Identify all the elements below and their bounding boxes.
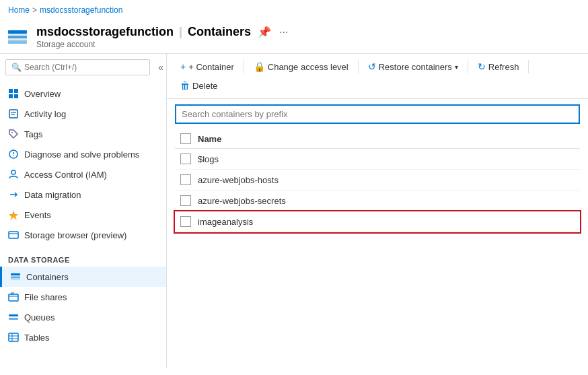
svg-point-15 <box>11 170 15 174</box>
row-name-webjobs-hosts: azure-webjobs-hosts <box>198 175 575 185</box>
svg-rect-17 <box>9 232 18 238</box>
sidebar-item-tables-label: Tables <box>24 333 50 343</box>
sidebar-item-file-shares-label: File shares <box>24 292 67 302</box>
sidebar-item-data-migration[interactable]: Data migration <box>0 184 166 205</box>
sidebar-item-diagnose-label: Diagnose and solve problems <box>24 149 139 160</box>
sidebar-item-events[interactable]: Events <box>0 205 166 225</box>
breadcrumb-resource[interactable]: msdocsstoragefunction <box>40 5 122 15</box>
sidebar-item-storage-browser-label: Storage browser (preview) <box>24 230 126 240</box>
data-migration-icon <box>8 189 19 200</box>
breadcrumb-home[interactable]: Home <box>8 5 30 15</box>
sidebar-item-tables[interactable]: Tables <box>0 327 166 347</box>
access-control-icon <box>8 169 19 180</box>
sidebar-item-queues[interactable]: Queues <box>0 307 166 327</box>
content-area: + + Container 🔒 Change access level ↺ Re… <box>167 54 588 368</box>
tables-icon <box>8 332 19 343</box>
add-container-label: + Container <box>188 62 234 72</box>
sidebar-item-activity-log[interactable]: Activity log <box>0 104 166 124</box>
search-container <box>175 104 580 124</box>
svg-marker-16 <box>9 211 18 220</box>
restore-chevron-icon: ▾ <box>455 63 458 71</box>
toolbar-divider-4 <box>528 60 529 73</box>
toolbar-divider-3 <box>468 60 468 73</box>
containers-icon <box>10 271 21 282</box>
data-storage-label: Data storage <box>0 250 166 267</box>
storage-browser-icon <box>8 230 19 240</box>
row-name-imageanalysis: imageanalysis <box>198 217 575 227</box>
diagnose-icon <box>8 149 19 160</box>
sidebar-item-activity-log-label: Activity log <box>24 109 66 119</box>
svg-rect-4 <box>9 89 13 93</box>
change-access-button[interactable]: 🔒 Change access level <box>248 58 354 75</box>
resource-subtitle: Storage account <box>36 40 289 49</box>
svg-rect-26 <box>9 333 18 341</box>
sidebar-item-containers[interactable]: Containers <box>0 267 166 287</box>
sidebar-item-access-control[interactable]: Access Control (IAM) <box>0 164 166 184</box>
add-icon: + <box>180 61 186 72</box>
file-shares-icon <box>8 292 19 302</box>
restore-icon: ↺ <box>368 61 376 72</box>
refresh-button[interactable]: ↻ Refresh <box>472 58 525 75</box>
svg-rect-20 <box>11 273 20 275</box>
table-header: Name <box>175 129 580 149</box>
sidebar-item-queues-label: Queues <box>24 312 55 322</box>
search-input[interactable] <box>24 63 144 72</box>
svg-rect-5 <box>14 89 18 93</box>
sidebar-item-access-control-label: Access Control (IAM) <box>24 170 107 180</box>
main-layout: 🔍 « Overview Activity log <box>0 54 588 368</box>
delete-button[interactable]: 🗑 Delete <box>175 77 223 94</box>
sidebar-item-storage-browser[interactable]: Storage browser (preview) <box>0 225 166 245</box>
row-name-webjobs-secrets: azure-webjobs-secrets <box>198 196 575 206</box>
svg-rect-25 <box>9 318 18 320</box>
breadcrumb: Home > msdocsstoragefunction <box>0 0 588 20</box>
svg-rect-22 <box>9 294 18 301</box>
header-checkbox[interactable] <box>180 133 191 144</box>
svg-rect-6 <box>9 94 13 98</box>
delete-icon: 🗑 <box>180 80 190 91</box>
nav-section-data-storage: Data storage Containers File shares Queu… <box>0 248 166 350</box>
more-button[interactable]: ··· <box>278 25 289 40</box>
resource-title: msdocsstoragefunction | Containers 📌 ···… <box>36 24 289 49</box>
table-row[interactable]: $logs <box>175 149 580 170</box>
table-row[interactable]: azure-webjobs-hosts <box>175 170 580 191</box>
search-box[interactable]: 🔍 <box>5 59 150 75</box>
sidebar-item-events-label: Events <box>24 210 51 220</box>
sidebar-item-file-shares[interactable]: File shares <box>0 287 166 307</box>
table-row[interactable]: imageanalysis <box>175 211 580 232</box>
search-icon: 🔍 <box>11 63 22 72</box>
toolbar-divider-2 <box>358 60 359 73</box>
add-container-button[interactable]: + + Container <box>175 58 240 75</box>
table-row[interactable]: azure-webjobs-secrets <box>175 191 580 211</box>
row-checkbox-webjobs-hosts[interactable] <box>180 174 191 185</box>
toolbar: + + Container 🔒 Change access level ↺ Re… <box>167 54 588 99</box>
svg-rect-3 <box>8 40 27 44</box>
events-icon <box>8 209 19 220</box>
svg-rect-24 <box>9 314 18 316</box>
svg-rect-7 <box>14 94 18 98</box>
toolbar-divider-1 <box>244 60 244 73</box>
restore-containers-button[interactable]: ↺ Restore containers ▾ <box>363 58 464 75</box>
sidebar-item-data-migration-label: Data migration <box>24 190 81 200</box>
sidebar-item-tags[interactable]: Tags <box>0 124 166 144</box>
lock-icon: 🔒 <box>254 61 265 72</box>
collapse-button[interactable]: « <box>155 61 166 74</box>
row-name-logs: $logs <box>198 154 575 164</box>
sidebar-item-diagnose[interactable]: Diagnose and solve problems <box>0 144 166 164</box>
resource-name: msdocsstoragefunction <box>36 25 174 39</box>
row-checkbox-imageanalysis[interactable] <box>180 216 191 227</box>
delete-label: Delete <box>192 81 218 91</box>
refresh-icon: ↻ <box>478 61 486 72</box>
sidebar-item-tags-label: Tags <box>24 129 42 139</box>
title-separator: | <box>179 25 182 39</box>
svg-rect-1 <box>8 30 27 34</box>
table-area: Name $logs azure-webjobs-hosts azure-web… <box>167 99 588 368</box>
change-access-label: Change access level <box>268 62 348 72</box>
row-checkbox-logs[interactable] <box>180 154 191 164</box>
row-checkbox-webjobs-secrets[interactable] <box>180 195 191 206</box>
sidebar-item-overview[interactable]: Overview <box>0 83 166 104</box>
tags-icon <box>8 129 19 139</box>
activity-log-icon <box>8 108 19 119</box>
pin-button[interactable]: 📌 <box>256 24 272 40</box>
svg-rect-8 <box>9 110 17 118</box>
container-search-input[interactable] <box>175 104 580 124</box>
